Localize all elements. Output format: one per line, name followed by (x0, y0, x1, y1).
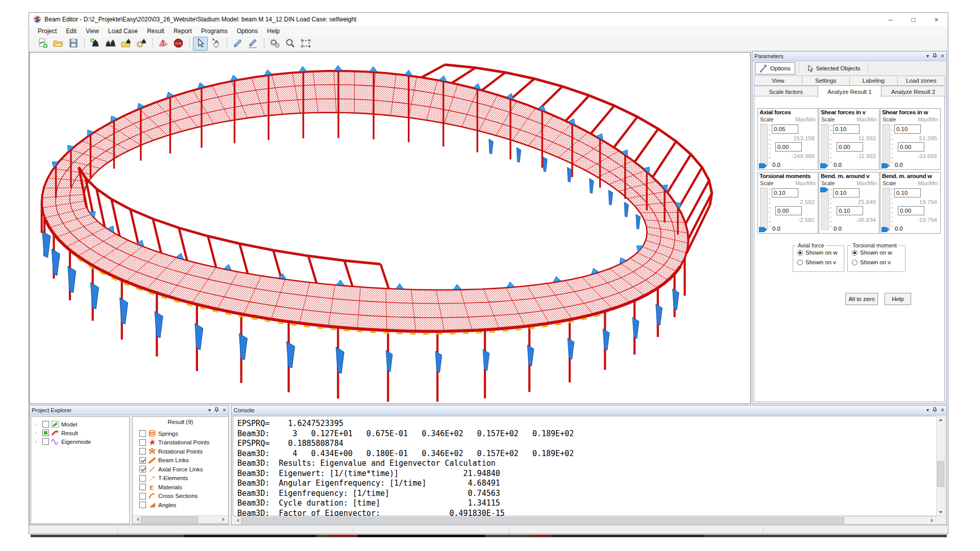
scale-bottom-input[interactable]: 0.00 (837, 142, 863, 152)
slider-thumb[interactable] (820, 163, 828, 168)
all-to-zero-button[interactable]: All to zero (845, 293, 878, 305)
add-loadcase-button[interactable] (88, 37, 103, 51)
help-button[interactable]: Help (885, 293, 911, 305)
scroll-up-icon[interactable] (937, 416, 944, 423)
radio-shown-on-w[interactable]: Shown on w (797, 249, 844, 256)
scroll-left-icon[interactable] (133, 516, 140, 523)
pin-icon[interactable] (933, 407, 937, 414)
result-checkbox[interactable] (139, 475, 146, 482)
result-checkbox[interactable] (139, 484, 146, 490)
scale-top-input[interactable]: 0.10 (833, 124, 860, 134)
tree-item-result[interactable]: ›··Result (33, 429, 78, 437)
radio-shown-on-w[interactable]: Shown on w (852, 249, 905, 256)
menu-help[interactable]: Help (262, 27, 284, 35)
scale-slider[interactable] (760, 124, 768, 166)
menu-view[interactable]: View (81, 27, 104, 35)
slider-thumb[interactable] (759, 163, 767, 168)
panel-menu-icon[interactable]: ▾ (926, 408, 929, 413)
menu-report[interactable]: Report (169, 27, 197, 35)
scroll-down-icon[interactable] (937, 509, 944, 516)
tree-checkbox[interactable] (42, 438, 49, 445)
menu-load-case[interactable]: Load Case (104, 27, 142, 35)
slider-thumb[interactable] (759, 227, 767, 232)
result-item-rotational-points[interactable]: Rotational Points (139, 447, 203, 456)
draw-link-button[interactable] (246, 37, 260, 51)
expander-icon[interactable]: › (33, 430, 39, 436)
result-item-translational-points[interactable]: Translational Points (139, 438, 210, 447)
scale-top-input[interactable]: 0.10 (894, 188, 921, 197)
fit-view-button[interactable] (298, 37, 313, 51)
mechanisms-button[interactable] (267, 37, 282, 51)
result-item-axial-force-links[interactable]: Axial Force Links (139, 465, 203, 473)
open-model-button[interactable] (51, 37, 65, 51)
result-list-scrollbar[interactable] (133, 515, 228, 523)
scale-bottom-input[interactable]: 0.00 (898, 206, 924, 215)
tree-item-eigenmode[interactable]: ›··Eigenmode (33, 437, 91, 446)
select-tool-button[interactable] (193, 37, 208, 51)
scale-slider[interactable] (821, 188, 829, 230)
scroll-thumb[interactable] (937, 461, 944, 487)
result-checkbox[interactable] (139, 502, 146, 508)
close-panel-icon[interactable]: × (941, 408, 944, 413)
result-checkbox[interactable] (139, 430, 146, 437)
menu-programs[interactable]: Programs (197, 27, 232, 35)
result-item-cross-sections[interactable]: Cross Sections (139, 492, 198, 500)
scale-slider[interactable] (883, 124, 890, 166)
loadcase-settings-button[interactable] (134, 37, 149, 51)
console-vertical-scrollbar[interactable] (936, 416, 945, 516)
stop-button[interactable]: STOP (171, 37, 186, 51)
scale-bottom-input[interactable]: 0.10 (837, 206, 863, 215)
result-checkbox[interactable] (139, 493, 146, 499)
tab-load-zones[interactable]: Load zones (897, 76, 946, 86)
tree-checkbox[interactable] (42, 421, 49, 428)
model-viewport[interactable] (29, 52, 751, 404)
radio-shown-on-v[interactable]: Shown on v (852, 259, 905, 265)
scale-bottom-input[interactable]: 0.00 (775, 206, 802, 215)
open-loadcase-button[interactable] (118, 37, 133, 51)
result-item-angles[interactable]: Angles (139, 500, 176, 509)
scale-slider[interactable] (821, 124, 829, 166)
maximize-button[interactable]: □ (902, 13, 925, 26)
show-results-button[interactable] (156, 37, 170, 51)
scroll-right-icon[interactable] (929, 517, 937, 524)
menu-edit[interactable]: Edit (61, 27, 81, 35)
result-item-materials[interactable]: EMaterials (139, 483, 182, 491)
radio-shown-on-v[interactable]: Shown on v (797, 259, 844, 265)
scale-top-input[interactable]: 0.05 (772, 124, 798, 134)
panel-menu-icon[interactable]: ▾ (926, 54, 929, 59)
scroll-left-icon[interactable] (233, 517, 240, 524)
result-checkbox[interactable] (139, 457, 146, 464)
save-model-button[interactable] (66, 37, 81, 51)
scale-top-input[interactable]: 0.10 (772, 188, 798, 197)
tab-settings[interactable]: Settings (802, 76, 850, 86)
scale-top-input[interactable]: 0.10 (833, 188, 860, 197)
pin-icon[interactable] (933, 53, 937, 60)
menu-options[interactable]: Options (232, 27, 262, 35)
scroll-thumb[interactable] (241, 517, 844, 524)
menu-project[interactable]: Project (33, 27, 61, 35)
zoom-tool-button[interactable] (283, 37, 298, 51)
slider-thumb[interactable] (820, 187, 828, 192)
minimize-button[interactable]: – (879, 13, 902, 26)
panel-menu-icon[interactable]: ▾ (208, 408, 211, 413)
scale-bottom-input[interactable]: 0.00 (775, 142, 802, 152)
duplicate-loadcase-button[interactable] (103, 37, 118, 51)
menu-result[interactable]: Result (142, 27, 169, 35)
console-horizontal-scrollbar[interactable] (233, 517, 937, 524)
tab-view[interactable]: View (754, 76, 802, 86)
slider-thumb[interactable] (881, 163, 890, 168)
selected-objects-button[interactable]: Selected Objects (803, 63, 865, 74)
draw-beam-button[interactable] (230, 37, 245, 51)
tree-checkbox[interactable] (42, 430, 49, 436)
scroll-right-icon[interactable] (220, 516, 228, 523)
tab-labeling[interactable]: Labeling (849, 76, 898, 86)
close-panel-icon[interactable]: × (223, 408, 226, 413)
scroll-thumb[interactable] (141, 516, 198, 523)
options-button[interactable]: Options (755, 62, 795, 74)
pan-tool-button[interactable] (208, 37, 223, 51)
pin-icon[interactable] (214, 407, 219, 414)
result-item-t-elements[interactable]: T-Elements (139, 474, 188, 483)
scale-bottom-input[interactable]: 0.00 (898, 142, 924, 152)
tree-item-model[interactable]: ›··Model (33, 420, 77, 429)
slider-thumb[interactable] (881, 227, 890, 232)
